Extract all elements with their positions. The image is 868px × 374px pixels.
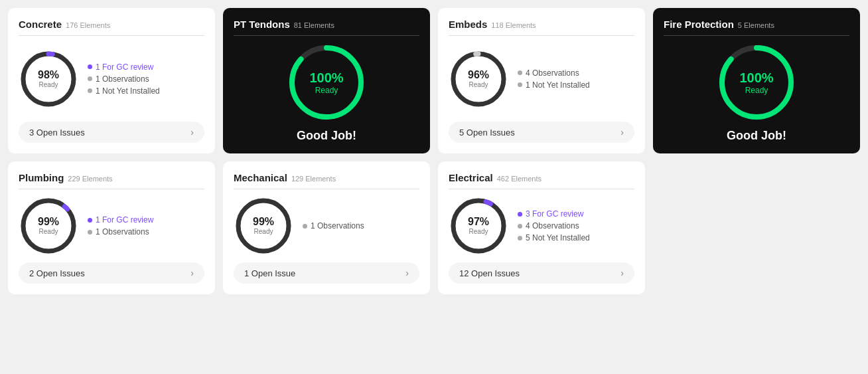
donut-ready-label: Ready [253,229,274,236]
donut-ready-label: Ready [468,229,489,236]
open-issues-label: 5 Open Issues [459,128,515,138]
stat-dot [518,236,522,240]
open-issues-button[interactable]: 3 Open Issues› [19,122,204,143]
chevron-right-icon: › [405,268,409,278]
open-issues-label: 12 Open Issues [459,268,520,278]
chevron-right-icon: › [620,268,624,278]
card-embeds: Embeds118 Elements96%Ready4 Observations… [438,8,645,153]
card-body: 100%Ready [664,43,849,122]
donut-center: 98%Ready [38,68,59,89]
stat-dot [303,224,307,229]
stat-dot [518,82,522,87]
card-fire-protection: Fire Protection5 Elements100%ReadyGood J… [653,8,860,153]
donut-center: 100%Ready [739,70,773,95]
chevron-right-icon: › [190,268,194,278]
stat-text: 1 Not Yet Installed [526,80,590,90]
card-elements-count: 81 Elements [294,21,334,29]
card-mechanical: Mechanical129 Elements99%Ready1 Observat… [223,161,430,294]
cards-grid: Concrete176 Elements98%Ready1 For GC rev… [8,8,860,294]
card-title: Plumbing [19,172,64,183]
open-issues-button[interactable]: 5 Open Issues› [449,122,634,143]
card-pt-tendons: PT Tendons81 Elements100%ReadyGood Job! [223,8,430,153]
card-title: Electrical [449,172,493,183]
stats-list: 1 For GC review1 Observations [88,215,153,236]
donut-center: 100%Ready [309,70,343,95]
donut-percent: 97% [468,215,489,228]
donut-chart: 100%Ready [287,43,366,122]
card-body: 97%Ready3 For GC review4 Observations5 N… [449,196,634,256]
donut-ready-label: Ready [38,81,59,89]
stat-item: 1 For GC review [88,215,153,225]
stat-dot [518,70,522,75]
card-electrical: Electrical462 Elements97%Ready3 For GC r… [438,161,645,294]
stat-item: 1 Observations [88,74,160,84]
stat-item: 4 Observations [518,221,590,231]
good-job-text: Good Job! [234,129,419,143]
stats-list: 3 For GC review4 Observations5 Not Yet I… [518,209,590,242]
stats-list: 1 For GC review1 Observations1 Not Yet I… [88,62,160,96]
card-title: PT Tendons [234,19,290,30]
card-header: Fire Protection5 Elements [664,19,849,36]
stat-item: 1 Observations [88,227,153,236]
stat-text: 1 Not Yet Installed [96,86,160,96]
donut-percent: 100% [309,70,343,86]
card-header: PT Tendons81 Elements [234,19,419,36]
donut-ready-label: Ready [739,86,773,95]
card-elements-count: 118 Elements [491,21,536,29]
card-body: 98%Ready1 For GC review1 Observations1 N… [19,43,204,115]
card-header: Electrical462 Elements [449,172,634,189]
good-job-text: Good Job! [664,129,849,143]
card-elements-count: 176 Elements [66,21,110,29]
card-header: Mechanical129 Elements [234,172,419,189]
open-issues-button[interactable]: 2 Open Issues› [19,262,204,284]
donut-ready-label: Ready [468,81,489,89]
open-issues-label: 3 Open Issues [29,128,85,138]
card-title: Fire Protection [664,19,734,30]
open-issues-button[interactable]: 12 Open Issues› [449,262,634,284]
chevron-right-icon: › [190,127,194,138]
card-header: Plumbing229 Elements [19,172,204,189]
donut-chart: 99%Ready [19,196,78,256]
donut-chart: 96%Ready [449,49,508,109]
stat-item: 5 Not Yet Installed [518,233,590,242]
donut-percent: 100% [739,70,773,86]
stats-list: 4 Observations1 Not Yet Installed [518,68,590,90]
open-issues-button[interactable]: 1 Open Issue› [234,262,419,284]
card-body: 99%Ready1 Observations [234,196,419,256]
donut-chart: 98%Ready [19,49,78,109]
card-elements-count: 229 Elements [68,175,112,183]
stat-item: 4 Observations [518,68,590,78]
stat-dot [88,76,92,81]
stat-text: 1 Observations [96,227,149,236]
card-title: Embeds [449,19,487,30]
stat-dot [518,224,522,229]
donut-chart: 99%Ready [234,196,293,256]
donut-ready-label: Ready [309,86,343,95]
donut-center: 99%Ready [38,215,59,236]
donut-center: 96%Ready [468,68,489,89]
stat-text: 4 Observations [526,221,579,231]
stat-dot [518,212,522,217]
donut-percent: 98% [38,68,59,81]
stat-dot [88,230,92,234]
stat-item: 1 For GC review [88,62,160,72]
card-concrete: Concrete176 Elements98%Ready1 For GC rev… [8,8,215,153]
stat-text: 1 Observations [311,221,364,231]
open-issues-label: 1 Open Issue [244,268,295,278]
stat-text: 4 Observations [526,68,579,78]
card-title: Concrete [19,19,62,30]
stat-text: 1 Observations [96,74,149,84]
stat-item: 1 Observations [303,221,364,231]
card-elements-count: 129 Elements [291,175,336,183]
stat-text: 1 For GC review [96,215,153,225]
donut-percent: 99% [253,215,274,228]
card-title: Mechanical [234,172,287,183]
stat-dot [88,88,92,93]
card-header: Concrete176 Elements [19,19,204,36]
card-header: Embeds118 Elements [449,19,634,36]
stat-text: 5 Not Yet Installed [526,233,590,242]
card-body: 96%Ready4 Observations1 Not Yet Installe… [449,43,634,115]
donut-percent: 96% [468,68,489,81]
stat-item: 1 Not Yet Installed [88,86,160,96]
open-issues-label: 2 Open Issues [29,268,85,278]
